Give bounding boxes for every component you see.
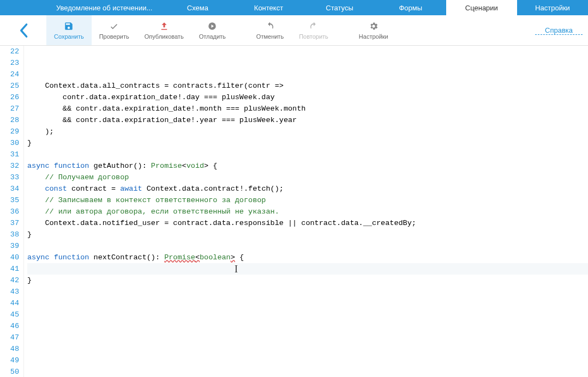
- code-line[interactable]: [27, 240, 588, 252]
- code-line[interactable]: [27, 366, 588, 377]
- code-line[interactable]: }: [27, 229, 588, 240]
- code-line[interactable]: );: [27, 126, 588, 137]
- code-line[interactable]: async function nextContract(): Promise<b…: [27, 252, 588, 263]
- tab-сценарии[interactable]: Сценарии: [446, 0, 517, 15]
- code-line[interactable]: [27, 149, 588, 160]
- settings-label: Настройки: [359, 33, 388, 40]
- code-line[interactable]: [27, 320, 588, 332]
- undo-label: Отменить: [256, 33, 284, 40]
- line-number: 31: [0, 149, 19, 160]
- redo-button[interactable]: Повторить: [291, 15, 336, 45]
- code-line[interactable]: Context.data.notified_user = contract.da…: [27, 217, 588, 229]
- tab-формы[interactable]: Формы: [375, 0, 446, 15]
- line-number: 28: [0, 114, 19, 126]
- line-number: 46: [0, 320, 19, 332]
- undo-button[interactable]: Отменить: [249, 15, 291, 45]
- code-line[interactable]: contr.data.expiration_date!.day === plus…: [27, 92, 588, 103]
- line-number: 37: [0, 217, 19, 229]
- line-number: 22: [0, 46, 19, 57]
- debug-button[interactable]: Отладить: [191, 15, 233, 45]
- code-area[interactable]: I Context.data.all_contracts = contracts…: [24, 46, 588, 377]
- code-line[interactable]: && contr.data.expiration_date!.month ===…: [27, 103, 588, 114]
- publish-label: Опубликовать: [145, 33, 184, 40]
- line-number: 44: [0, 297, 19, 309]
- line-number: 33: [0, 172, 19, 183]
- line-number: 50: [0, 366, 19, 377]
- code-line[interactable]: // Записываем в контекст ответственного …: [27, 194, 588, 206]
- code-line[interactable]: Context.data.all_contracts = contracts.f…: [27, 80, 588, 92]
- line-number: 24: [0, 69, 19, 80]
- line-number: 42: [0, 275, 19, 286]
- toolbar-row: Сохранить Проверить Опубликовать Отладит…: [0, 15, 588, 46]
- tab-статусы[interactable]: Статусы: [304, 0, 375, 15]
- code-line[interactable]: }: [27, 275, 588, 286]
- undo-icon: [265, 21, 275, 31]
- debug-label: Отладить: [199, 33, 226, 40]
- code-line[interactable]: // или автора договора, если ответственн…: [27, 206, 588, 217]
- code-line[interactable]: [27, 309, 588, 320]
- line-number: 25: [0, 80, 19, 92]
- code-line[interactable]: async function getAuthor(): Promise<void…: [27, 160, 588, 172]
- top-tabs: Уведомление об истечении... СхемаКонтекс…: [0, 0, 588, 15]
- check-label: Проверить: [99, 33, 129, 40]
- chevron-left-icon: [19, 23, 28, 38]
- settings-button[interactable]: Настройки: [351, 15, 396, 45]
- check-button[interactable]: Проверить: [92, 15, 137, 45]
- line-number: 27: [0, 103, 19, 114]
- toolbar: Сохранить Проверить Опубликовать Отладит…: [46, 15, 588, 45]
- line-gutter: 2223242526272829303132333435363738394041…: [0, 46, 24, 377]
- tab-настройки[interactable]: Настройки: [517, 0, 588, 15]
- tab-схема[interactable]: Схема: [162, 0, 233, 15]
- tab-title[interactable]: Уведомление об истечении...: [46, 0, 162, 15]
- tab-контекст[interactable]: Контекст: [233, 0, 304, 15]
- code-line[interactable]: [27, 343, 588, 355]
- line-number: 30: [0, 137, 19, 149]
- redo-label: Повторить: [299, 33, 328, 40]
- code-line[interactable]: [27, 332, 588, 343]
- line-number: 32: [0, 160, 19, 172]
- code-editor[interactable]: 2223242526272829303132333435363738394041…: [0, 46, 588, 377]
- line-number: 38: [0, 229, 19, 240]
- line-number: 26: [0, 92, 19, 103]
- line-number: 48: [0, 343, 19, 355]
- code-line[interactable]: }: [27, 137, 588, 149]
- code-line[interactable]: const contract = await Context.data.cont…: [27, 183, 588, 194]
- line-number: 36: [0, 206, 19, 217]
- publish-icon: [159, 21, 169, 31]
- gear-icon: [369, 21, 379, 31]
- line-number: 34: [0, 183, 19, 194]
- line-number: 47: [0, 332, 19, 343]
- code-line[interactable]: [27, 286, 588, 297]
- code-line[interactable]: // Получаем договор: [27, 172, 588, 183]
- back-button[interactable]: [0, 15, 46, 45]
- line-number: 35: [0, 194, 19, 206]
- line-number: 39: [0, 240, 19, 252]
- line-number: 49: [0, 355, 19, 366]
- line-number: 29: [0, 126, 19, 137]
- line-number: 43: [0, 286, 19, 297]
- line-number: 23: [0, 57, 19, 69]
- play-circle-icon: [207, 21, 217, 31]
- publish-button[interactable]: Опубликовать: [137, 15, 191, 45]
- save-icon: [64, 21, 74, 31]
- line-number: 41: [0, 263, 19, 275]
- help-link[interactable]: Справка: [535, 26, 583, 35]
- code-line[interactable]: [27, 297, 588, 309]
- check-icon: [109, 21, 119, 31]
- save-label: Сохранить: [54, 33, 84, 40]
- line-number: 40: [0, 252, 19, 263]
- redo-icon: [309, 21, 319, 31]
- code-line[interactable]: [27, 355, 588, 366]
- code-line[interactable]: && contr.data.expiration_date!.year === …: [27, 114, 588, 126]
- save-button[interactable]: Сохранить: [46, 15, 92, 45]
- line-number: 45: [0, 309, 19, 320]
- code-line[interactable]: [27, 263, 588, 275]
